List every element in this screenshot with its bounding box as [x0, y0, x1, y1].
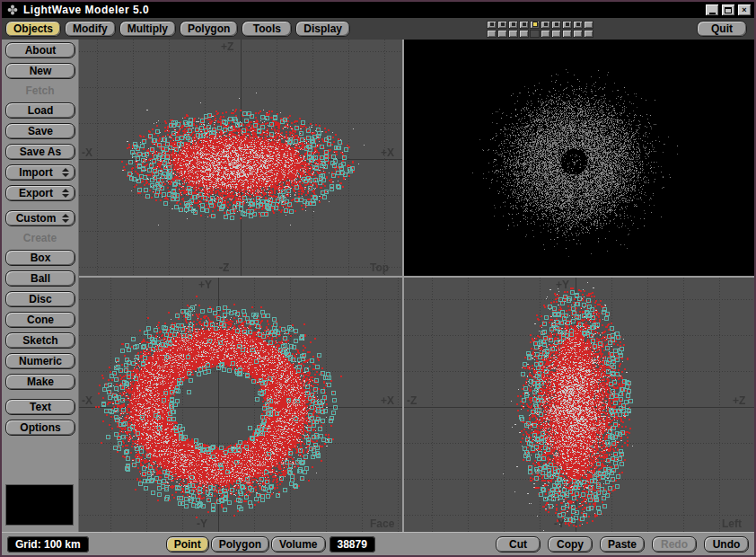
menubar: Objects Modify Multiply Polygon Tools Di…: [2, 18, 754, 40]
sidebar-item-options[interactable]: Options: [5, 420, 75, 436]
app-icon: [7, 4, 18, 15]
layout-preset-button[interactable]: [508, 21, 518, 29]
window-title: LightWave Modeler 5.0: [23, 4, 149, 16]
sidebar-item-fetch-disabled: Fetch: [5, 84, 75, 98]
viewport-layout-bank: [487, 21, 593, 38]
window-controls: ×: [705, 4, 752, 16]
layout-pip-icon: [501, 22, 505, 26]
layout-preset-button[interactable]: [584, 30, 593, 38]
sidebar-item-save-as[interactable]: Save As: [5, 144, 75, 160]
viewport-top[interactable]: +Z -X +X -Z Top: [79, 40, 402, 276]
viewport-face-canvas[interactable]: [79, 278, 402, 532]
layout-preset-button[interactable]: [530, 30, 540, 38]
menu-tools[interactable]: Tools: [242, 21, 292, 37]
layout-preset-button[interactable]: [497, 30, 507, 38]
layout-pip-icon: [566, 22, 569, 26]
menu-modify[interactable]: Modify: [65, 21, 116, 37]
statusbar: Grid: 100 km Point Polygon Volume 38879 …: [2, 532, 754, 555]
sidebar-item-cone[interactable]: Cone: [5, 312, 75, 328]
updown-arrows-icon: [62, 189, 69, 198]
layout-preset-button[interactable]: [519, 21, 529, 29]
sidebar-item-about[interactable]: About: [5, 42, 75, 58]
paste-button[interactable]: Paste: [600, 536, 645, 553]
mode-point-button[interactable]: Point: [166, 536, 209, 553]
app-window: LightWave Modeler 5.0 × Objects Modify M…: [0, 0, 756, 557]
sidebar: About New Fetch Load Save Save As Import…: [2, 40, 79, 532]
maximize-icon: [725, 7, 732, 13]
layout-preset-button[interactable]: [551, 21, 561, 29]
layout-pip-icon: [576, 22, 580, 26]
sidebar-item-export[interactable]: Export: [5, 185, 75, 201]
viewport-preview-canvas[interactable]: [404, 40, 754, 276]
maximize-button[interactable]: [721, 4, 735, 16]
mode-polygon-button[interactable]: Polygon: [211, 536, 269, 553]
layout-preset-button[interactable]: [530, 21, 540, 29]
viewport-left[interactable]: +Y -Z +Z -Y Left: [404, 278, 754, 532]
layout-pip-icon: [544, 22, 548, 26]
menu-multiply[interactable]: Multiply: [119, 21, 176, 37]
point-count-display: 38879: [330, 536, 375, 553]
sidebar-item-custom[interactable]: Custom: [5, 210, 75, 226]
minimize-button[interactable]: [705, 4, 719, 16]
sidebar-item-create-disabled: Create: [5, 231, 75, 245]
viewport-preview[interactable]: [404, 40, 754, 276]
menu-polygon[interactable]: Polygon: [180, 21, 238, 37]
layout-preset-button[interactable]: [487, 21, 497, 29]
layout-preset-button[interactable]: [551, 30, 561, 38]
layout-pip-icon: [523, 22, 526, 26]
updown-arrows-icon: [62, 214, 69, 223]
edit-buttons-group: Cut Copy Paste Redo Undo: [496, 536, 749, 553]
layout-pip-icon: [490, 22, 494, 26]
sidebar-item-new[interactable]: New: [5, 63, 75, 79]
viewport-left-canvas[interactable]: [404, 278, 754, 532]
viewport-grid: +Z -X +X -Z Top +Y -X +X -Y Face +Y -Z: [79, 40, 754, 532]
layout-preset-button[interactable]: [573, 21, 583, 29]
grid-size-display: Grid: 100 km: [7, 536, 89, 553]
layout-preset-button[interactable]: [508, 30, 518, 38]
mode-volume-button[interactable]: Volume: [271, 536, 325, 553]
sidebar-item-load[interactable]: Load: [5, 102, 75, 119]
copy-button[interactable]: Copy: [548, 536, 593, 553]
menu-objects[interactable]: Objects: [5, 21, 61, 37]
sidebar-item-save[interactable]: Save: [5, 123, 75, 139]
titlebar: LightWave Modeler 5.0 ×: [2, 2, 754, 18]
sidebar-item-disc[interactable]: Disc: [5, 291, 75, 307]
layout-preset-button[interactable]: [562, 21, 572, 29]
close-button[interactable]: ×: [737, 4, 752, 16]
undo-button[interactable]: Undo: [704, 536, 749, 553]
layout-preset-button[interactable]: [541, 30, 550, 38]
redo-button[interactable]: Redo: [652, 536, 697, 553]
sidebar-item-text[interactable]: Text: [5, 399, 75, 415]
sidebar-item-box[interactable]: Box: [5, 250, 75, 266]
layout-preset-button[interactable]: [541, 21, 550, 29]
layout-preset-button[interactable]: [573, 30, 583, 38]
layout-preset-button[interactable]: [487, 30, 497, 38]
layout-pip-icon: [512, 22, 515, 26]
layout-preset-button[interactable]: [562, 30, 572, 38]
sidebar-item-numeric[interactable]: Numeric: [5, 353, 75, 369]
main-area: About New Fetch Load Save Save As Import…: [2, 40, 754, 532]
cut-button[interactable]: Cut: [496, 536, 541, 553]
layout-preset-button[interactable]: [519, 30, 529, 38]
layout-pip-icon: [555, 22, 558, 26]
sidebar-item-import[interactable]: Import: [5, 164, 75, 181]
sidebar-item-ball[interactable]: Ball: [5, 270, 75, 287]
layout-preset-button[interactable]: [497, 21, 507, 29]
selection-mode-group: Point Polygon Volume: [166, 536, 326, 553]
viewport-face[interactable]: +Y -X +X -Y Face: [79, 278, 402, 532]
close-icon: ×: [742, 6, 746, 14]
updown-arrows-icon: [62, 168, 69, 177]
color-preview-swatch: [5, 484, 74, 526]
menu-display[interactable]: Display: [295, 21, 350, 37]
sidebar-item-make[interactable]: Make: [5, 374, 75, 390]
minimize-icon: [709, 13, 716, 14]
quit-button[interactable]: Quit: [697, 21, 747, 37]
viewport-top-canvas[interactable]: [79, 40, 402, 276]
layout-preset-button[interactable]: [584, 21, 593, 29]
active-layout-icon: [533, 22, 537, 26]
sidebar-item-sketch[interactable]: Sketch: [5, 332, 75, 349]
